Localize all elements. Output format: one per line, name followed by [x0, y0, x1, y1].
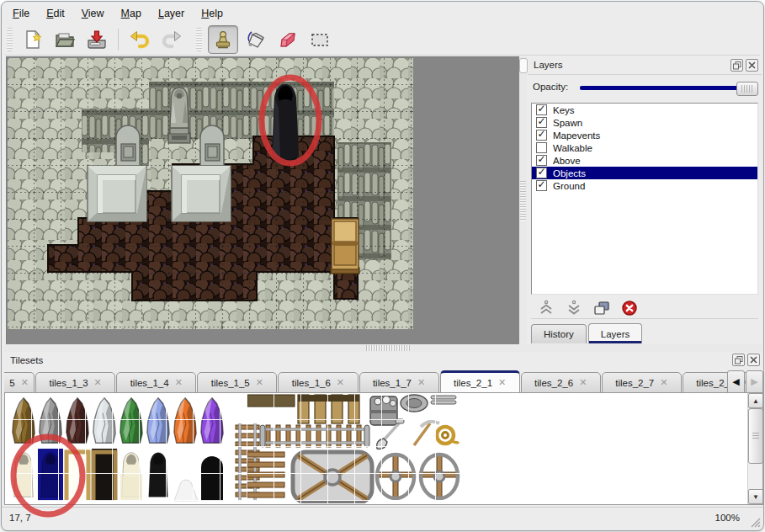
dark-figure-sprite [272, 84, 299, 163]
select-tool-icon [309, 29, 331, 51]
opacity-slider-track[interactable] [580, 86, 750, 90]
map-canvas[interactable] [6, 56, 520, 345]
layer-row-keys[interactable]: ✓Keys [532, 104, 757, 116]
status-bar: 17, 7 100% [2, 507, 763, 530]
layers-panel-titlebar: Layers [528, 56, 762, 75]
save-map-button[interactable] [82, 26, 111, 53]
scroll-tabs-left-button[interactable]: ◀ [727, 370, 745, 393]
save-map-icon [86, 29, 108, 51]
fill-tool-icon [245, 29, 267, 51]
tab-history[interactable]: History [531, 324, 587, 343]
layer-checkbox[interactable]: ✓ [536, 180, 547, 191]
new-map-button[interactable] [19, 26, 47, 53]
scrollbar-thumb[interactable] [748, 408, 763, 464]
menu-layer[interactable]: Layer [151, 5, 192, 22]
tileset-canvas[interactable] [4, 392, 763, 505]
layer-checkbox[interactable] [536, 142, 547, 153]
menu-view[interactable]: View [74, 5, 112, 22]
menu-edit[interactable]: Edit [39, 5, 72, 22]
close-tab-icon[interactable]: ✕ [498, 377, 506, 388]
tileset-tab-label: tiles_1_6 [292, 378, 331, 388]
menu-file[interactable]: File [5, 5, 37, 22]
cursor-tile-coordinates: 17, 7 [9, 513, 31, 523]
close-tab-icon[interactable]: ✕ [660, 377, 667, 388]
tileset-tab-tiles_1_7[interactable]: tiles_1_7✕ [359, 372, 439, 393]
open-map-button[interactable] [50, 26, 79, 53]
layer-label: Spawn [553, 118, 582, 128]
layer-row-spawn[interactable]: ✓Spawn [532, 116, 757, 129]
eraser-tool-button[interactable] [274, 26, 302, 53]
window-resize-grip[interactable] [748, 515, 761, 528]
scroll-tabs-right-button[interactable]: ▶ [746, 370, 763, 393]
tileset-tab-tiles_2_6[interactable]: tiles_2_6✕ [521, 372, 601, 393]
close-tab-icon[interactable]: ✕ [21, 377, 29, 388]
layer-checkbox[interactable]: ✓ [536, 104, 547, 115]
close-tab-icon[interactable]: ✕ [579, 377, 587, 388]
tileset-tab-label: tiles_1_5 [211, 378, 250, 388]
close-panel-icon[interactable] [746, 59, 758, 72]
opacity-label: Opacity: [533, 82, 568, 92]
layer-row-mapevents[interactable]: ✓Mapevents [532, 129, 757, 141]
float-panel-icon[interactable] [732, 354, 745, 366]
raise-layer-button[interactable] [536, 299, 556, 317]
duplicate-layer-button[interactable] [592, 299, 612, 317]
stamp-tool-button[interactable] [208, 25, 238, 54]
statue-sprite [168, 88, 190, 143]
tileset-tab-bar: 5✕ tiles_1_3✕ tiles_1_4✕ tiles_1_5✕ tile… [4, 370, 763, 393]
select-tool-button[interactable] [305, 26, 334, 53]
scroll-down-arrow[interactable]: ▼ [748, 489, 763, 504]
tileset-tab-tiles_1_4[interactable]: tiles_1_4✕ [116, 372, 196, 393]
tileset-tab-tiles_1_3[interactable]: tiles_1_3✕ [35, 372, 115, 393]
layer-row-above[interactable]: ✓Above [532, 154, 757, 167]
layer-checkbox[interactable]: ✓ [536, 155, 547, 166]
toolbar-drag-handle[interactable] [196, 28, 202, 51]
menu-bar: File Edit View Map Layer Help [5, 4, 760, 23]
float-panel-icon[interactable] [730, 59, 743, 72]
vertical-splitter[interactable] [519, 56, 527, 343]
opacity-slider[interactable] [580, 80, 758, 95]
layer-row-objects[interactable]: ✓Objects [532, 167, 757, 179]
tileset-tab-tiles_2_1[interactable]: tiles_2_1✕ [440, 370, 520, 393]
close-tab-icon[interactable]: ✕ [94, 377, 102, 388]
fill-tool-button[interactable] [242, 26, 270, 53]
close-tab-icon[interactable]: ✕ [256, 377, 263, 388]
close-panel-icon[interactable] [747, 354, 760, 366]
layer-list: ✓Keys ✓Spawn ✓Mapevents Walkable ✓Above … [531, 103, 758, 295]
layer-actions [531, 297, 758, 319]
tileset-tab[interactable]: 5✕ [4, 372, 35, 393]
layer-checkbox[interactable]: ✓ [536, 130, 547, 141]
scroll-up-arrow[interactable]: ▲ [748, 393, 763, 408]
close-tab-icon[interactable]: ✕ [337, 377, 344, 388]
tab-layers[interactable]: Layers [588, 323, 643, 343]
layer-row-ground[interactable]: ✓Ground [532, 179, 757, 192]
menu-help[interactable]: Help [194, 5, 231, 22]
opacity-slider-handle[interactable] [736, 82, 758, 96]
close-tab-icon[interactable]: ✕ [417, 377, 425, 388]
redo-button[interactable] [157, 26, 186, 53]
tileset-tab-label: tiles_2_7 [615, 378, 654, 388]
layer-label: Objects [553, 168, 586, 178]
undo-button[interactable] [125, 26, 154, 53]
close-tab-icon[interactable]: ✕ [175, 377, 183, 388]
delete-layer-button[interactable] [619, 299, 640, 317]
tileset-tab-label: tiles_1_3 [50, 378, 88, 388]
dock-tab-bar: History Layers [531, 323, 644, 343]
tileset-tab-tiles_1_6[interactable]: tiles_1_6✕ [278, 372, 358, 393]
tileset-tab-tiles_2_7[interactable]: tiles_2_7✕ [602, 372, 682, 393]
layer-label: Above [553, 156, 581, 166]
toolbar [5, 24, 760, 56]
horizontal-splitter[interactable] [4, 344, 763, 352]
map-scene [8, 58, 413, 329]
layer-label: Walkable [553, 143, 592, 153]
tileset-scrollbar[interactable]: ▲ ▼ [747, 393, 762, 504]
new-map-icon [22, 29, 44, 51]
toolbar-drag-handle[interactable] [7, 28, 13, 51]
layer-row-walkable[interactable]: Walkable [532, 141, 757, 154]
menu-map[interactable]: Map [114, 5, 149, 22]
layer-checkbox[interactable]: ✓ [536, 168, 547, 178]
layer-checkbox[interactable]: ✓ [536, 117, 547, 128]
eraser-tool-icon [277, 29, 299, 51]
tileset-tab-tiles_1_5[interactable]: tiles_1_5✕ [197, 372, 277, 393]
lower-layer-button[interactable] [564, 299, 584, 317]
crate-sprite [331, 219, 359, 274]
